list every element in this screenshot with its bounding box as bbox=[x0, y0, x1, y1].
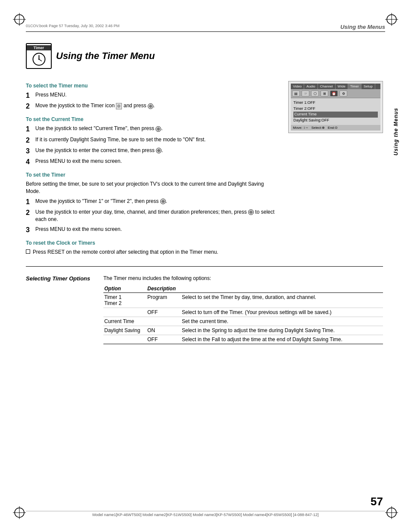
option-cell: Daylight Saving bbox=[103, 326, 146, 335]
svg-point-15 bbox=[38, 59, 40, 60]
menu-screenshot: Video Audio Channel Wide Timer Setup ▤ ☞… bbox=[288, 81, 383, 133]
corner-crosshair-br bbox=[385, 506, 398, 519]
title-row: Timer Using the Timer Menu bbox=[26, 43, 383, 69]
desc-cell: Set the current time. bbox=[181, 317, 383, 326]
main-content: Timer Using the Timer Menu To select the… bbox=[26, 43, 383, 344]
step-text: Use the joystick to enter your day, time… bbox=[35, 208, 280, 223]
menu-item-1: Timer 1:OFF bbox=[293, 100, 378, 106]
menu-footer-text: Move: ↕↔ Select:⊕ End:⊙ bbox=[293, 126, 338, 130]
menu-tabs: Video Audio Channel Wide Timer Setup bbox=[291, 84, 380, 89]
step-timer-1: 1 Move the joystick to "Timer 1" or "Tim… bbox=[26, 198, 280, 206]
step-timer-3: 3 Press MENU to exit the menu screen. bbox=[26, 226, 280, 234]
corner-crosshair-tr bbox=[385, 13, 398, 26]
step-text: If it is currently Daylight Saving Time,… bbox=[35, 136, 206, 143]
step-time-1: 1 Use the joystick to select "Current Ti… bbox=[26, 125, 280, 133]
section-title-right: Using the Menus bbox=[340, 24, 385, 30]
section-divider bbox=[26, 266, 383, 267]
step-select-1: 1 Press MENU. bbox=[26, 91, 280, 100]
step-time-2: 2 If it is currently Daylight Saving Tim… bbox=[26, 136, 280, 144]
sub-option-cell: OFF bbox=[146, 335, 181, 344]
select-timer-heading: To select the Timer menu bbox=[26, 83, 280, 89]
desc-cell: Select to turn off the Timer. (Your prev… bbox=[181, 308, 383, 317]
timer-icon-box: Timer bbox=[26, 43, 52, 69]
reset-clock-heading: To reset the Clock or Timers bbox=[26, 240, 280, 246]
reset-bullet: Press RESET on the remote control after … bbox=[26, 249, 280, 256]
desc-cell: Select in the Spring to adjust the time … bbox=[181, 326, 383, 335]
table-row: Daylight Saving ON Select in the Spring … bbox=[103, 326, 383, 335]
option-cell: Timer 1Timer 2 bbox=[103, 293, 146, 308]
col-header-desc2 bbox=[181, 285, 383, 293]
corner-crosshair-tl bbox=[13, 13, 26, 26]
header-bar: 01COV.book Page 57 Tuesday, July 30, 200… bbox=[26, 24, 385, 32]
step-num: 1 bbox=[26, 91, 33, 100]
sidebar-label: Using the Menus bbox=[393, 108, 399, 156]
menu-tab-setup: Setup bbox=[361, 84, 375, 89]
clock-icon bbox=[31, 52, 47, 67]
menu-tab-video: Video bbox=[291, 84, 304, 89]
sub-option-cell: ON bbox=[146, 326, 181, 335]
step-text: Use the joystick to enter the correct ti… bbox=[35, 147, 163, 154]
file-info: 01COV.book Page 57 Tuesday, July 30, 200… bbox=[26, 24, 119, 30]
menu-icon-5: ⏰ bbox=[330, 90, 338, 96]
menu-icons-row: ▤ ☞ ⬡ ⊞ ⏰ ⚙ bbox=[291, 89, 380, 98]
set-timer-heading: To set the Timer bbox=[26, 172, 280, 178]
step-num: 3 bbox=[26, 226, 33, 234]
step-num: 1 bbox=[26, 125, 33, 133]
col-header-description: Description bbox=[146, 285, 181, 293]
menu-item-3: Current Time bbox=[293, 112, 378, 118]
sub-option-cell bbox=[146, 317, 181, 326]
step-text: Press MENU to exit the menu screen. bbox=[35, 226, 122, 233]
page-title: Using the Timer Menu bbox=[56, 50, 155, 62]
bottom-left: Selecting Timer Options bbox=[26, 275, 95, 344]
step-text: Use the joystick to select "Current Time… bbox=[35, 125, 163, 132]
two-col-layout: To select the Timer menu 1 Press MENU. 2… bbox=[26, 77, 383, 258]
footer-bar: Model name1[KP-46WT500] Model name2[KP-5… bbox=[26, 511, 385, 517]
bullet-square bbox=[26, 249, 30, 254]
right-col: Video Audio Channel Wide Timer Setup ▤ ☞… bbox=[288, 77, 383, 258]
step-num: 2 bbox=[26, 102, 33, 110]
table-row: OFF Select in the Fall to adjust the tim… bbox=[103, 335, 383, 344]
table-row: OFF Select to turn off the Timer. (Your … bbox=[103, 308, 383, 317]
desc-cell: Select to set the Timer by day, time, du… bbox=[181, 293, 383, 308]
option-cell: Current Time bbox=[103, 317, 146, 326]
option-cell bbox=[103, 308, 146, 317]
table-row: Current Time Set the current time. bbox=[103, 317, 383, 326]
menu-icon-2: ☞ bbox=[302, 90, 309, 96]
menu-tab-channel: Channel bbox=[318, 84, 336, 89]
sub-option-cell: OFF bbox=[146, 308, 181, 317]
menu-content-area: Timer 1:OFF Timer 2:OFF Current Time Day… bbox=[291, 98, 380, 125]
menu-tab-wide: Wide bbox=[336, 84, 348, 89]
set-timer-intro: Before setting the timer, be sure to set… bbox=[26, 180, 280, 195]
col-header-option: Option bbox=[103, 285, 146, 293]
step-timer-2: 2 Use the joystick to enter your day, ti… bbox=[26, 208, 280, 223]
page-number: 57 bbox=[371, 495, 383, 508]
step-num: 4 bbox=[26, 158, 33, 166]
step-num: 2 bbox=[26, 136, 33, 144]
step-select-2: 2 Move the joystick to the Timer icon ⊙ … bbox=[26, 102, 280, 110]
options-table: Option Description Timer 1Timer 2 Progra… bbox=[103, 285, 383, 344]
set-current-time-heading: To set the Current Time bbox=[26, 116, 280, 122]
menu-item-2: Timer 2:OFF bbox=[293, 106, 378, 112]
menu-footer: Move: ↕↔ Select:⊕ End:⊙ bbox=[291, 125, 380, 131]
intro-text: The Timer menu includes the following op… bbox=[103, 275, 383, 281]
step-time-3: 3 Use the joystick to enter the correct … bbox=[26, 147, 280, 155]
menu-icon-1: ▤ bbox=[292, 90, 300, 96]
menu-icon-4: ⊞ bbox=[321, 90, 328, 96]
step-text: Press MENU to exit the menu screen. bbox=[35, 158, 122, 165]
step-num: 2 bbox=[26, 208, 33, 217]
menu-tab-audio: Audio bbox=[304, 84, 318, 89]
menu-tab-timer: Timer bbox=[348, 84, 361, 89]
left-col: To select the Timer menu 1 Press MENU. 2… bbox=[26, 77, 280, 258]
step-text: Move the joystick to "Timer 1" or "Timer… bbox=[35, 198, 167, 205]
step-time-4: 4 Press MENU to exit the menu screen. bbox=[26, 158, 280, 166]
menu-icon-6: ⚙ bbox=[339, 90, 347, 96]
menu-icon-3: ⬡ bbox=[311, 90, 319, 96]
table-row: Timer 1Timer 2 Program Select to set the… bbox=[103, 293, 383, 308]
step-text: Press MENU. bbox=[35, 91, 67, 99]
reset-bullet-text: Press RESET on the remote control after … bbox=[33, 249, 218, 256]
step-num: 3 bbox=[26, 147, 33, 155]
step-text: Move the joystick to the Timer icon ⊙ an… bbox=[35, 102, 155, 109]
sub-option-cell: Program bbox=[146, 293, 181, 308]
desc-cell: Select in the Fall to adjust the time at… bbox=[181, 335, 383, 344]
selecting-title: Selecting Timer Options bbox=[26, 275, 95, 283]
